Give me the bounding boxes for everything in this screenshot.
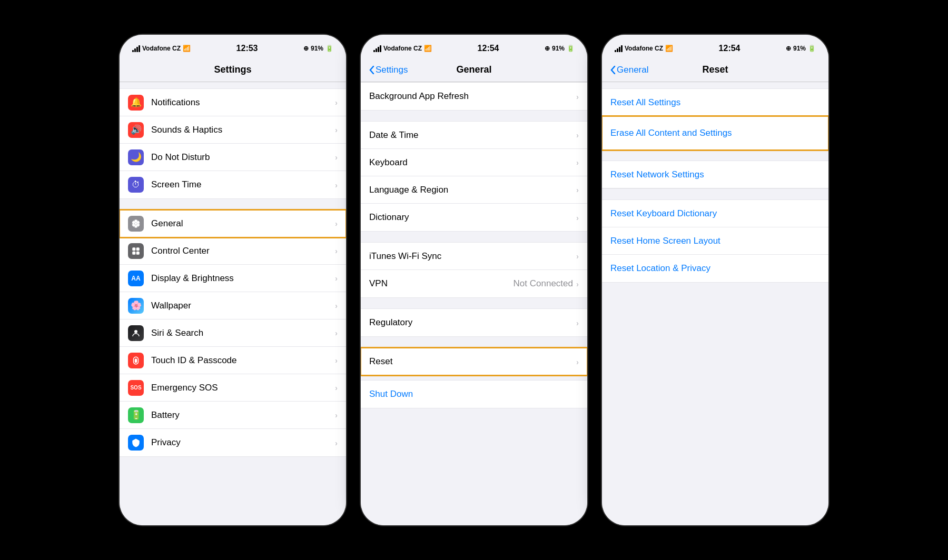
chevron-icon: › [335, 438, 338, 447]
phone-1: Vodafone CZ 📶 12:53 ⊕ 91% 🔋 Settings 🔔 N… [120, 35, 346, 525]
general-label: General [151, 218, 335, 229]
privacy-label: Privacy [151, 437, 335, 448]
back-button-2[interactable]: Settings [369, 65, 408, 75]
signal-icon [373, 45, 381, 52]
sos-label: Emergency SOS [151, 383, 335, 393]
status-bar-2: Vodafone CZ 📶 12:54 ⊕ 91% 🔋 [361, 35, 587, 60]
reset-all-settings[interactable]: Reset All Settings [602, 89, 828, 116]
battery-icon: 🔋 [128, 407, 144, 423]
general-dictionary[interactable]: Dictionary › [361, 204, 587, 231]
notifications-label: Notifications [151, 97, 335, 108]
chevron-icon: › [335, 219, 338, 228]
location-icon: ⊕ [786, 45, 791, 52]
dictionary-label: Dictionary [369, 212, 576, 223]
nav-bar-1: Settings [120, 60, 346, 82]
svg-rect-1 [132, 247, 135, 251]
chevron-icon: › [335, 356, 338, 365]
section-1: 🔔 Notifications › 🔊 Sounds & Haptics › 🌙… [120, 88, 346, 199]
settings-screentime[interactable]: ⏱ Screen Time › [120, 171, 346, 198]
chevron-icon: › [335, 153, 338, 162]
settings-dnd[interactable]: 🌙 Do Not Disturb › [120, 144, 346, 171]
chevron-icon: › [576, 185, 579, 194]
privacy-icon [128, 435, 144, 451]
section-background-refresh: Background App Refresh › [361, 82, 587, 111]
datetime-label: Date & Time [369, 130, 576, 141]
wifi-icon: 📶 [424, 45, 432, 52]
section-network-reset: Reset Network Settings [602, 161, 828, 189]
controlcenter-icon [128, 243, 144, 259]
settings-display[interactable]: AA Display & Brightness › [120, 265, 346, 292]
display-label: Display & Brightness [151, 273, 335, 284]
display-icon: AA [128, 271, 144, 286]
location-icon: ⊕ [545, 45, 550, 52]
chevron-icon: › [335, 181, 338, 189]
general-shutdown[interactable]: Shut Down [361, 381, 587, 408]
reset-homescreen-label: Reset Home Screen Layout [610, 236, 820, 246]
general-language[interactable]: Language & Region › [361, 176, 587, 204]
svg-point-0 [135, 222, 137, 225]
vpn-value: Not Connected [514, 278, 573, 289]
erase-all-content[interactable]: Erase All Content and Settings [602, 116, 828, 150]
signal-icon [615, 45, 623, 52]
section-datetime: Date & Time › Keyboard › Language & Regi… [361, 121, 587, 232]
chevron-icon: › [576, 279, 579, 288]
general-keyboard[interactable]: Keyboard › [361, 149, 587, 176]
chevron-icon: › [576, 318, 579, 327]
settings-notifications[interactable]: 🔔 Notifications › [120, 89, 346, 116]
background-refresh-label: Background App Refresh [369, 91, 576, 102]
general-vpn[interactable]: VPN Not Connected › [361, 270, 587, 297]
reset-homescreen[interactable]: Reset Home Screen Layout [602, 227, 828, 255]
reset-network[interactable]: Reset Network Settings [602, 161, 828, 188]
settings-controlcenter[interactable]: Control Center › [120, 237, 346, 265]
settings-battery[interactable]: 🔋 Battery › [120, 402, 346, 429]
general-datetime[interactable]: Date & Time › [361, 122, 587, 149]
chevron-icon: › [576, 357, 579, 366]
reset-network-label: Reset Network Settings [610, 169, 820, 180]
location-icon: ⊕ [303, 45, 309, 52]
wallpaper-label: Wallpaper [151, 301, 335, 311]
settings-list-1: 🔔 Notifications › 🔊 Sounds & Haptics › 🌙… [120, 82, 346, 525]
svg-rect-3 [132, 251, 135, 254]
general-regulatory[interactable]: Regulatory › [361, 309, 587, 336]
chevron-icon: › [335, 246, 338, 255]
chevron-icon: › [335, 98, 338, 107]
chevron-icon: › [335, 274, 338, 283]
chevron-icon: › [335, 125, 338, 134]
signal-icon [132, 45, 140, 52]
general-icon [128, 216, 144, 232]
settings-siri[interactable]: Siri & Search › [120, 319, 346, 347]
notifications-icon: 🔔 [128, 95, 144, 111]
screentime-label: Screen Time [151, 179, 335, 190]
shutdown-label: Shut Down [369, 389, 579, 399]
carrier-label: Vodafone CZ [383, 45, 422, 52]
vpn-label: VPN [369, 278, 514, 289]
nav-title-1: Settings [214, 64, 251, 75]
nav-bar-2: Settings General [361, 60, 587, 82]
settings-touchid[interactable]: Touch ID & Passcode › [120, 347, 346, 374]
erase-label: Erase All Content and Settings [610, 128, 820, 138]
chevron-icon: › [335, 411, 338, 419]
general-itunes[interactable]: iTunes Wi-Fi Sync › [361, 243, 587, 270]
chevron-icon: › [576, 92, 579, 101]
wallpaper-icon: 🌸 [128, 298, 144, 314]
carrier-label: Vodafone CZ [142, 45, 181, 52]
settings-wallpaper[interactable]: 🌸 Wallpaper › [120, 292, 346, 319]
general-background-refresh[interactable]: Background App Refresh › [361, 83, 587, 110]
general-reset[interactable]: Reset › [361, 348, 587, 375]
chevron-icon: › [576, 252, 579, 261]
chevron-icon: › [576, 131, 579, 139]
chevron-icon: › [576, 213, 579, 222]
dnd-icon: 🌙 [128, 149, 144, 165]
settings-sos[interactable]: SOS Emergency SOS › [120, 374, 346, 402]
reset-location[interactable]: Reset Location & Privacy [602, 255, 828, 282]
phones-container: Vodafone CZ 📶 12:53 ⊕ 91% 🔋 Settings 🔔 N… [109, 24, 839, 536]
time-label: 12:54 [478, 44, 499, 53]
settings-sounds[interactable]: 🔊 Sounds & Haptics › [120, 116, 346, 144]
sounds-label: Sounds & Haptics [151, 125, 335, 135]
regulatory-label: Regulatory [369, 317, 576, 328]
settings-privacy[interactable]: Privacy › [120, 429, 346, 456]
reset-keyboard[interactable]: Reset Keyboard Dictionary [602, 200, 828, 227]
touchid-label: Touch ID & Passcode [151, 355, 335, 366]
settings-general[interactable]: General › [120, 210, 346, 237]
back-button-3[interactable]: General [610, 65, 648, 75]
